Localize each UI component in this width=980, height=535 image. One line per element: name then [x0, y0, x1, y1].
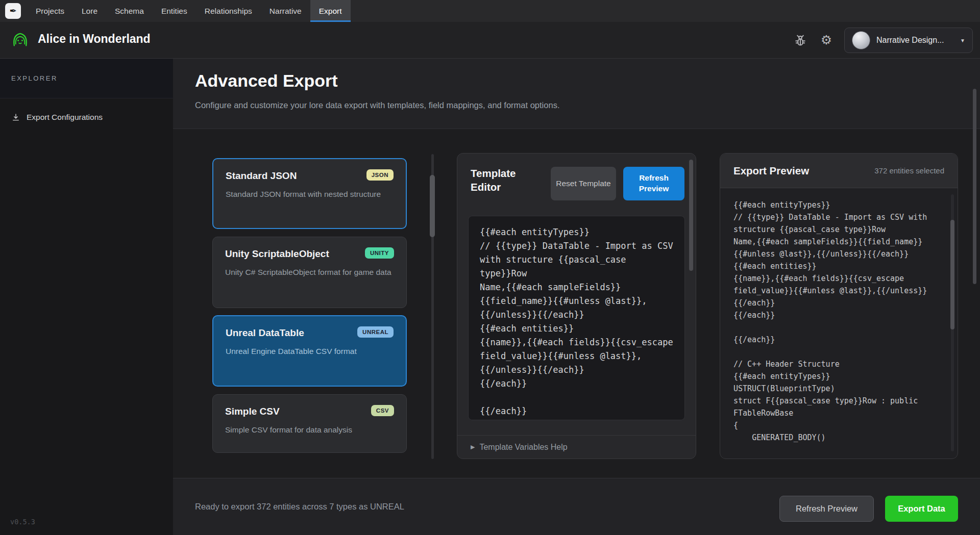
format-badge-unreal: UNREAL: [357, 326, 394, 338]
format-card-title: Standard JSON: [226, 170, 297, 182]
format-card-description: Simple CSV format for data analysis: [225, 424, 394, 436]
tab-export[interactable]: Export: [310, 0, 351, 22]
format-card-description: Standard JSON format with nested structu…: [226, 189, 394, 200]
format-list-scrollbar-thumb[interactable]: [430, 175, 435, 237]
tab-relationships[interactable]: Relationships: [196, 0, 261, 22]
export-preview-header: Export Preview 372 entities selected: [720, 154, 958, 188]
page-hero: Advanced Export Configure and customize …: [173, 59, 980, 129]
tab-schema[interactable]: Schema: [106, 0, 153, 22]
format-badge-json: JSON: [366, 169, 394, 181]
template-variables-help-toggle[interactable]: ▶ Template Variables Help: [457, 435, 696, 458]
export-preview-panel: Export Preview 372 entities selected {{#…: [720, 153, 958, 459]
format-card-title: Simple CSV: [225, 406, 280, 417]
user-avatar: [852, 31, 870, 49]
user-menu-label: Narrative Design...: [876, 36, 954, 45]
format-card-unity-scriptableobject[interactable]: Unity ScriptableObject UNITY Unity C# Sc…: [212, 237, 407, 308]
refresh-preview-button[interactable]: Refresh Preview: [623, 167, 684, 200]
project-avatar-icon: [10, 30, 30, 50]
triangle-right-icon: ▶: [471, 444, 475, 450]
format-card-description: Unity C# ScriptableObject format for gam…: [225, 267, 394, 278]
entities-selected-count: 372 entities selected: [874, 166, 944, 175]
sidebar-item-label: Export Configurations: [27, 113, 103, 122]
app-version: v0.5.3: [10, 518, 35, 526]
format-badge-unity: UNITY: [365, 247, 394, 259]
chevron-down-icon: ▼: [960, 38, 965, 43]
help-toggle-label: Template Variables Help: [479, 443, 567, 452]
sidebar: EXPLORER Export Configurations v0.5.3: [0, 59, 173, 535]
export-preview-code: {{#each entityTypes}} // {{type}} DataTa…: [720, 189, 958, 458]
template-editor-title: Template Editor: [471, 167, 547, 194]
template-editor-panel: Template Editor Reset Template Refresh P…: [457, 153, 696, 459]
page-title: Advanced Export: [195, 71, 338, 91]
reset-template-button[interactable]: Reset Template: [551, 167, 616, 200]
app-logo-icon[interactable]: ✒: [5, 3, 21, 19]
sidebar-section-header: EXPLORER: [0, 59, 173, 98]
explorer-label: EXPLORER: [11, 74, 58, 82]
format-card-unreal-datatable[interactable]: Unreal DataTable UNREAL Unreal Engine Da…: [212, 315, 407, 387]
footer-bar: Ready to export 372 entities across 7 ty…: [173, 478, 980, 535]
format-badge-csv: CSV: [371, 405, 394, 416]
preview-scrollbar-thumb[interactable]: [950, 220, 954, 329]
tab-lore[interactable]: Lore: [73, 0, 106, 22]
template-editor-input[interactable]: {{#each entityTypes}} // {{type}} DataTa…: [468, 216, 685, 420]
sidebar-item-export-configurations[interactable]: Export Configurations: [0, 106, 173, 129]
top-nav-bar: ✒ Projects Lore Schema Entities Relation…: [0, 0, 980, 22]
tab-entities[interactable]: Entities: [153, 0, 196, 22]
page-subtitle: Configure and customize your lore data e…: [195, 100, 559, 110]
format-card-title: Unity ScriptableObject: [225, 248, 329, 260]
footer-refresh-preview-button[interactable]: Refresh Preview: [779, 496, 874, 522]
export-preview-title: Export Preview: [733, 165, 809, 177]
quill-icon: ✒: [9, 6, 16, 16]
export-status-text: Ready to export 372 entities across 7 ty…: [195, 502, 404, 512]
format-card-simple-csv[interactable]: Simple CSV CSV Simple CSV format for dat…: [212, 394, 407, 453]
user-menu[interactable]: Narrative Design... ▼: [844, 28, 973, 53]
download-icon: [11, 113, 20, 122]
tab-projects[interactable]: Projects: [27, 0, 73, 22]
template-editor-header: Template Editor Reset Template Refresh P…: [457, 154, 696, 200]
export-data-button[interactable]: Export Data: [885, 496, 958, 522]
app-header: Alice in Wonderland ⚙ Narrative Design..…: [0, 22, 980, 59]
bug-icon[interactable]: [793, 33, 807, 47]
gear-icon[interactable]: ⚙: [818, 31, 835, 48]
project-title: Alice in Wonderland: [38, 32, 151, 46]
format-card-standard-json[interactable]: Standard JSON JSON Standard JSON format …: [212, 158, 407, 229]
editor-scrollbar-thumb[interactable]: [689, 160, 693, 271]
tab-narrative[interactable]: Narrative: [261, 0, 310, 22]
page-scrollbar-thumb[interactable]: [973, 89, 976, 284]
format-card-description: Unreal Engine DataTable CSV format: [226, 346, 394, 357]
format-card-title: Unreal DataTable: [226, 327, 304, 339]
